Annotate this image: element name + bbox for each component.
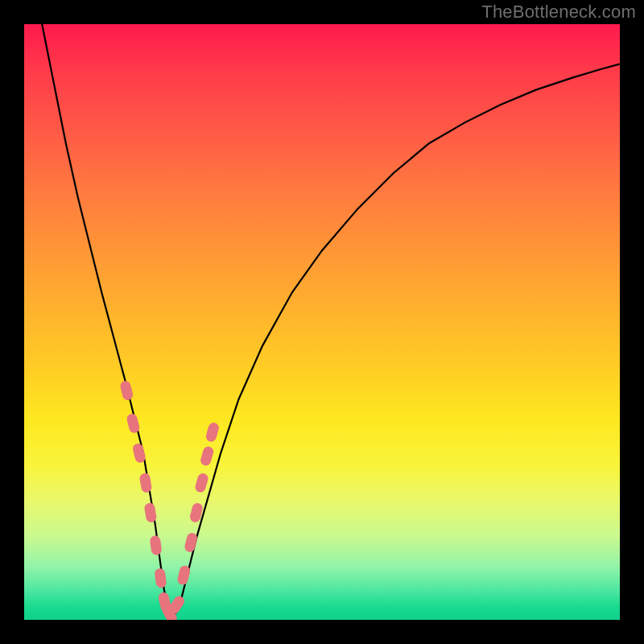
marker xyxy=(139,473,153,493)
bottleneck-curve xyxy=(42,24,620,617)
marker xyxy=(176,564,191,585)
marker xyxy=(143,502,157,523)
marker xyxy=(204,422,220,444)
chart-plot-area xyxy=(24,24,620,620)
marker xyxy=(194,472,209,493)
marker xyxy=(200,445,215,467)
marker xyxy=(184,532,198,553)
marker xyxy=(154,568,167,588)
marker xyxy=(119,380,134,401)
marker xyxy=(126,413,140,434)
chart-svg xyxy=(24,24,620,620)
watermark-text: TheBottleneck.com xyxy=(481,2,636,23)
chart-frame: TheBottleneck.com xyxy=(0,0,644,644)
marker xyxy=(132,443,147,464)
marker xyxy=(150,535,163,556)
marker-group xyxy=(119,380,220,620)
